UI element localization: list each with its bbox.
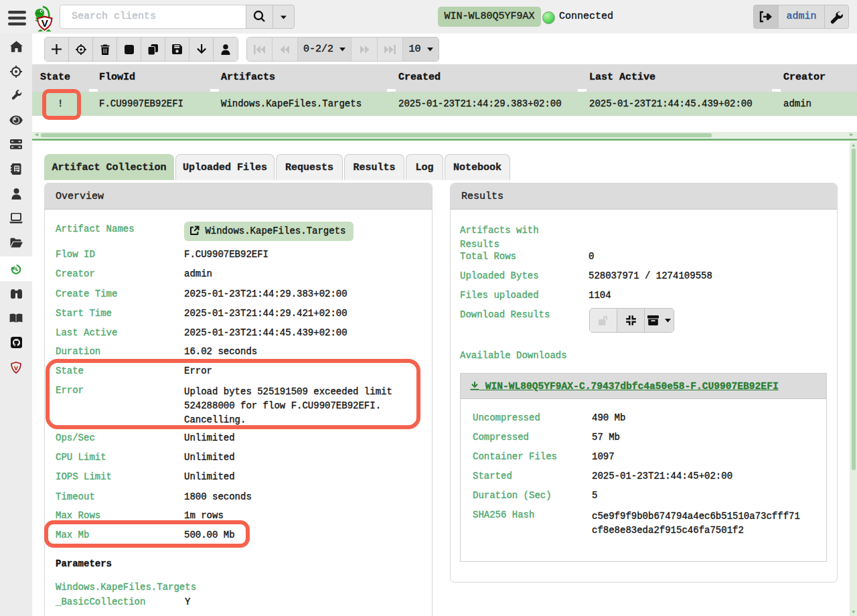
- svg-text:V: V: [14, 364, 18, 371]
- svg-text:V: V: [42, 17, 48, 29]
